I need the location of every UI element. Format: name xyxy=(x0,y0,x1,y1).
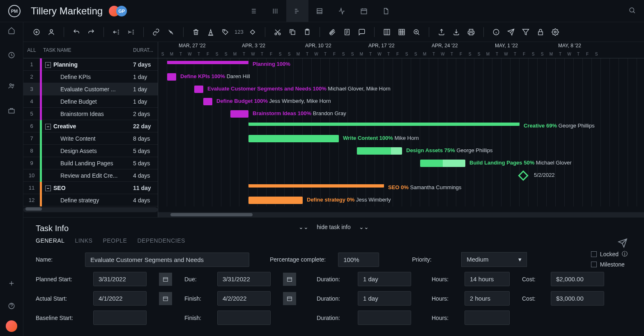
actual-start-input[interactable] xyxy=(93,291,147,306)
columns-icon[interactable] xyxy=(381,26,393,38)
baseline-finish-input[interactable] xyxy=(217,311,271,325)
table-row[interactable]: 9 Build Landing Pages 5 days xyxy=(23,157,158,169)
note-icon[interactable] xyxy=(341,26,353,38)
team-icon[interactable] xyxy=(3,78,20,94)
outdent-icon[interactable] xyxy=(110,26,122,38)
gantt-view-icon[interactable] xyxy=(286,0,308,22)
link-icon[interactable] xyxy=(150,26,162,38)
due-input[interactable] xyxy=(217,272,271,286)
app-logo[interactable]: PM xyxy=(8,5,21,17)
hours2-input[interactable] xyxy=(465,291,510,306)
delete-icon[interactable] xyxy=(190,26,202,38)
table-row[interactable]: 1 −Planning 7 days xyxy=(23,58,158,71)
gantt-bar[interactable] xyxy=(203,98,212,105)
priority-select[interactable]: Medium▾ xyxy=(461,252,527,267)
calendar-icon[interactable] xyxy=(159,292,172,305)
col-duration[interactable]: DURAT... xyxy=(133,47,158,53)
cost1-input[interactable] xyxy=(551,272,604,286)
gantt-bar[interactable] xyxy=(357,147,402,155)
sheet-view-icon[interactable] xyxy=(308,0,331,22)
recent-icon[interactable] xyxy=(3,47,20,63)
col-all[interactable]: ALL xyxy=(23,47,40,53)
redo-icon[interactable] xyxy=(85,26,97,38)
calendar-view-icon[interactable] xyxy=(353,0,375,22)
list-view-icon[interactable] xyxy=(242,0,264,22)
copy-icon[interactable] xyxy=(287,26,298,38)
duration2-input[interactable] xyxy=(358,291,411,306)
tab-people[interactable]: PEOPLE xyxy=(103,237,127,244)
calendar-icon[interactable] xyxy=(283,273,296,286)
print-icon[interactable] xyxy=(465,26,477,38)
help-icon[interactable] xyxy=(3,298,20,314)
table-row[interactable]: 12 Define strategy 4 days xyxy=(23,194,158,206)
calendar-icon[interactable] xyxy=(283,292,296,305)
grid-icon[interactable] xyxy=(396,26,407,38)
finish-input[interactable] xyxy=(217,291,271,306)
planned-start-input[interactable] xyxy=(93,272,147,286)
comment-icon[interactable] xyxy=(356,26,368,38)
table-row[interactable]: 6 −Creative 22 day xyxy=(23,120,158,132)
gantt-bar[interactable] xyxy=(167,61,248,64)
unlink-icon[interactable] xyxy=(165,26,177,38)
cost2-input[interactable] xyxy=(551,291,604,306)
import-icon[interactable] xyxy=(451,26,462,38)
lock-icon[interactable] xyxy=(535,26,546,38)
avatar-group[interactable]: GP xyxy=(109,6,127,16)
gantt-bar[interactable] xyxy=(230,110,248,118)
locked-checkbox[interactable] xyxy=(591,251,597,257)
col-name[interactable]: TASK NAME xyxy=(40,47,133,53)
table-row[interactable]: 3 Evaluate Customer ... 1 day xyxy=(23,83,158,95)
calendar-icon[interactable] xyxy=(159,273,172,286)
text-color-icon[interactable] xyxy=(205,26,216,38)
file-view-icon[interactable] xyxy=(375,0,397,22)
gantt-bar[interactable] xyxy=(167,73,176,81)
tab-links[interactable]: LINKS xyxy=(75,237,92,244)
cut-icon[interactable] xyxy=(272,26,283,38)
table-row[interactable]: 8 Design Assets 5 days xyxy=(23,145,158,157)
activity-view-icon[interactable] xyxy=(331,0,353,22)
milestone-icon[interactable] xyxy=(247,26,258,38)
table-row[interactable]: 11 −SEO 11 day xyxy=(23,182,158,194)
avatar[interactable]: GP xyxy=(116,6,127,16)
gantt-chart[interactable]: MAR, 27 '22APR, 3 '22APR, 10 '22APR, 17 … xyxy=(158,42,644,217)
assign-icon[interactable] xyxy=(46,26,57,38)
duration1-input[interactable] xyxy=(358,272,411,286)
export-icon[interactable] xyxy=(436,26,447,38)
table-row[interactable]: 4 Define Budget 1 day xyxy=(23,95,158,108)
search-icon[interactable] xyxy=(628,7,636,15)
name-input[interactable] xyxy=(85,253,249,267)
zoom-icon[interactable] xyxy=(411,26,422,38)
paste-icon[interactable] xyxy=(301,26,313,38)
collapse-toggle[interactable]: ⌄⌄hide task info⌄⌄ xyxy=(299,224,369,230)
baseline-duration-input[interactable] xyxy=(358,311,411,325)
pct-input[interactable] xyxy=(338,253,379,267)
home-icon[interactable] xyxy=(3,22,20,39)
table-row[interactable]: 5 Brainstorm Ideas 2 days xyxy=(23,108,158,120)
indent-icon[interactable] xyxy=(125,26,137,38)
tab-general[interactable]: GENERAL xyxy=(36,237,64,244)
settings-icon[interactable] xyxy=(550,26,561,38)
add-icon[interactable] xyxy=(3,275,20,292)
gantt-bar[interactable] xyxy=(248,184,384,188)
baseline-start-input[interactable] xyxy=(93,311,147,325)
add-task-icon[interactable] xyxy=(31,26,42,38)
milestone-checkbox[interactable] xyxy=(591,262,597,267)
milestone[interactable] xyxy=(518,170,528,181)
send-panel-icon[interactable] xyxy=(618,238,628,249)
info-icon[interactable] xyxy=(490,26,502,38)
user-avatar[interactable] xyxy=(6,320,17,332)
filter-icon[interactable] xyxy=(520,26,531,38)
gantt-bar[interactable] xyxy=(248,123,520,126)
gantt-bar[interactable] xyxy=(248,135,339,142)
gantt-bar[interactable] xyxy=(194,86,203,93)
table-row[interactable]: 2 Define KPIs 1 day xyxy=(23,71,158,83)
table-row[interactable]: 7 Write Content 8 days xyxy=(23,132,158,145)
info-icon[interactable]: ⓘ xyxy=(622,250,628,258)
briefcase-icon[interactable] xyxy=(3,102,20,119)
undo-icon[interactable] xyxy=(71,26,82,38)
gantt-bar[interactable] xyxy=(420,160,465,167)
attach-icon[interactable] xyxy=(327,26,338,38)
tag-icon[interactable] xyxy=(220,26,231,38)
board-view-icon[interactable] xyxy=(264,0,286,22)
table-row[interactable]: 10 Review and Edit Cre... 4 days xyxy=(23,169,158,182)
